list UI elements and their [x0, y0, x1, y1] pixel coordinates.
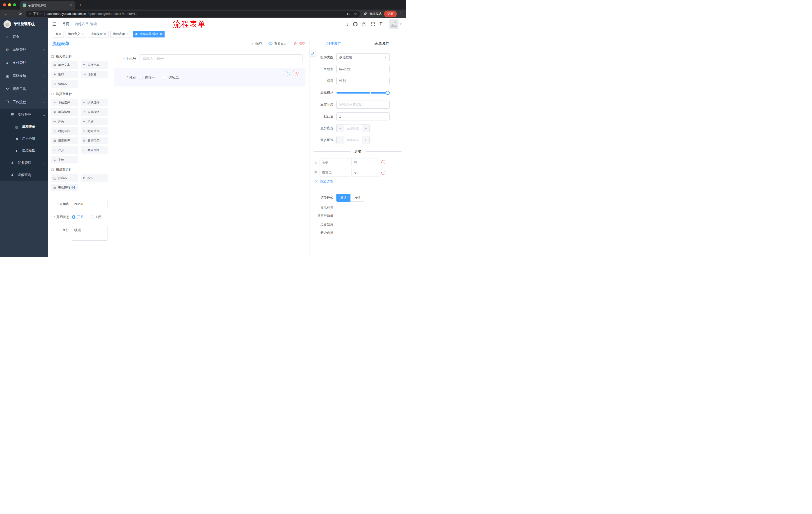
- checkbox-icon[interactable]: [163, 76, 166, 79]
- tab-component-props[interactable]: 组件属性: [310, 38, 358, 49]
- palette-item-checkbox-group[interactable]: ☑多选框组: [81, 108, 108, 116]
- sidebar-item-process-form[interactable]: ▤ 流程表单: [0, 121, 48, 133]
- remove-option-icon[interactable]: −: [381, 171, 385, 175]
- palette-item-table[interactable]: ▩表格[开发中]: [51, 184, 78, 191]
- remove-option-icon[interactable]: −: [381, 160, 385, 164]
- option-style-default-button[interactable]: 默认: [337, 194, 350, 202]
- address-bar[interactable]: ⚠ 不安全 dashboard.yudao.iocoder.cn /bpm/ma…: [26, 10, 360, 17]
- palette-item-time-range[interactable]: ◶时间范围: [81, 127, 108, 135]
- security-label[interactable]: 不安全: [33, 12, 45, 16]
- add-option-button[interactable]: + 添加选项: [315, 179, 402, 184]
- sidebar-logo[interactable]: 芋道管理系统: [0, 18, 48, 30]
- option-2-label-input[interactable]: 选项二: [320, 169, 349, 177]
- tab-form-props[interactable]: 表单属性: [358, 38, 406, 49]
- link-icon[interactable]: [310, 51, 315, 56]
- browser-menu-icon[interactable]: ⋮: [399, 12, 403, 16]
- search-icon[interactable]: [344, 22, 348, 26]
- drag-handle-icon[interactable]: ☰: [314, 160, 318, 164]
- view-json-button[interactable]: 查看json: [268, 42, 287, 46]
- palette-item-cascader[interactable]: ⋔级联选择: [81, 99, 108, 106]
- palette-item-slider[interactable]: ⊸滑块: [81, 118, 108, 125]
- sidebar-item-leave-query[interactable]: ♟ 请假查询: [0, 169, 48, 181]
- option-1-label-input[interactable]: 选项一: [320, 158, 349, 166]
- clear-button[interactable]: 清空: [293, 42, 306, 46]
- status-on-radio[interactable]: 开启: [72, 215, 83, 219]
- gender-option-1[interactable]: 选项一: [139, 76, 155, 80]
- update-button[interactable]: 更新: [384, 10, 397, 17]
- palette-item-switch[interactable]: ⊷开关: [51, 118, 78, 125]
- form-remark-textarea[interactable]: 嘿嘿: [72, 226, 108, 241]
- tag-process-model[interactable]: 流程模型 ✕: [88, 31, 109, 37]
- breadcrumb-root[interactable]: 首页: [62, 22, 69, 26]
- phone-input[interactable]: 请输入手机号: [139, 54, 302, 63]
- browser-tab[interactable]: 芋道管理系统 ✕: [20, 1, 76, 9]
- zoom-window-button[interactable]: [13, 3, 16, 6]
- hamburger-icon[interactable]: ☰: [52, 22, 56, 27]
- github-icon[interactable]: [353, 22, 357, 26]
- user-menu[interactable]: ▼: [389, 19, 402, 29]
- tag-process-form[interactable]: 流程表单 ✕: [110, 31, 131, 37]
- form-name-input[interactable]: biubiu: [72, 200, 108, 208]
- close-window-button[interactable]: [3, 3, 6, 6]
- delete-component-button[interactable]: [293, 70, 298, 76]
- slider-track[interactable]: [337, 92, 388, 93]
- checkbox-icon[interactable]: [139, 76, 143, 79]
- close-icon[interactable]: ✕: [160, 32, 162, 36]
- font-size-icon[interactable]: T↕: [380, 22, 383, 26]
- new-tab-button[interactable]: +: [79, 2, 82, 8]
- grid-slider[interactable]: [337, 89, 390, 97]
- palette-item-time-picker[interactable]: ◷时间选择: [51, 127, 78, 135]
- gender-option-2[interactable]: 选项二: [163, 76, 179, 80]
- palette-item-date-range[interactable]: ▧日期范围: [81, 137, 108, 144]
- minus-button[interactable]: −: [337, 125, 344, 132]
- palette-item-radio-group[interactable]: ◉单选框组: [51, 108, 78, 116]
- back-icon[interactable]: ←: [2, 12, 9, 16]
- save-button[interactable]: ✓ 保存: [251, 42, 263, 46]
- tab-close-icon[interactable]: ✕: [69, 3, 73, 7]
- sidebar-item-devtools[interactable]: ⚒ 研发工具 ▾: [0, 82, 48, 96]
- close-icon[interactable]: ✕: [104, 32, 106, 36]
- close-icon[interactable]: ✕: [126, 32, 128, 36]
- max-select-stepper[interactable]: − 最多可选 +: [337, 136, 370, 144]
- sidebar-item-home[interactable]: ⌂ 首页: [0, 30, 48, 43]
- palette-item-select[interactable]: ◒下拉选择: [51, 99, 78, 106]
- palette-item-single-line-text[interactable]: ▭单行文本: [51, 61, 78, 69]
- sidebar-item-task-management[interactable]: ⋔ 任务管理 ▾: [0, 157, 48, 169]
- tag-home[interactable]: 首页: [53, 31, 64, 37]
- tag-process-form-edit[interactable]: 流程表单-编辑 ✕: [133, 31, 165, 37]
- close-icon[interactable]: ✕: [81, 32, 84, 36]
- sidebar-item-workflow[interactable]: ❒ 工作流程 ▴: [0, 96, 48, 109]
- component-type-select[interactable]: 多选框组 ▼: [337, 53, 390, 61]
- title-input[interactable]: 性别: [337, 77, 390, 85]
- palette-item-color-picker[interactable]: ◐颜色选择: [81, 146, 108, 154]
- palette-item-editor[interactable]: ✎编辑器: [51, 80, 78, 88]
- bookmark-star-icon[interactable]: ☆: [354, 12, 357, 16]
- minimize-window-button[interactable]: [8, 3, 11, 6]
- reload-icon[interactable]: ⟳: [17, 11, 24, 16]
- sidebar-item-process-management[interactable]: ☰ 流程管理 ▴: [0, 109, 48, 121]
- minus-button[interactable]: −: [337, 136, 344, 144]
- drag-handle-icon[interactable]: ☰: [314, 171, 318, 175]
- min-select-stepper[interactable]: − 至少应选 +: [337, 124, 370, 132]
- canvas-field-gender-selected[interactable]: 性别 选项一 选项二: [114, 68, 306, 86]
- option-2-value-input[interactable]: 女: [351, 169, 379, 177]
- tag-process-definition[interactable]: 流程定义 ✕: [65, 31, 86, 37]
- copy-component-button[interactable]: [285, 70, 290, 76]
- label-width-input[interactable]: 请输入标签宽度: [337, 101, 390, 109]
- option-1-value-input[interactable]: 男: [351, 158, 379, 166]
- form-canvas[interactable]: 手机号 请输入手机号: [111, 49, 310, 257]
- forward-icon[interactable]: →: [9, 12, 17, 16]
- option-style-button-button[interactable]: 按钮: [350, 194, 364, 202]
- plus-button[interactable]: +: [362, 136, 369, 144]
- status-off-radio[interactable]: 关闭: [90, 215, 102, 219]
- sidebar-item-system[interactable]: ⚙ 系统管理 ▾: [0, 43, 48, 56]
- max-select-value[interactable]: 最多可选: [344, 136, 362, 144]
- palette-item-date-picker[interactable]: ▦日期选择: [51, 137, 78, 144]
- fullscreen-icon[interactable]: [371, 22, 375, 26]
- sidebar-item-infrastructure[interactable]: ▣ 基础设施 ▾: [0, 70, 48, 82]
- palette-item-button[interactable]: ☛按钮: [81, 174, 108, 182]
- sidebar-item-user-group[interactable]: ☻ 用户分组: [0, 133, 48, 145]
- canvas-field-phone[interactable]: 手机号 请输入手机号: [114, 54, 306, 63]
- palette-item-upload[interactable]: ↥上传: [51, 156, 78, 163]
- palette-item-password[interactable]: ✱密码: [51, 71, 78, 78]
